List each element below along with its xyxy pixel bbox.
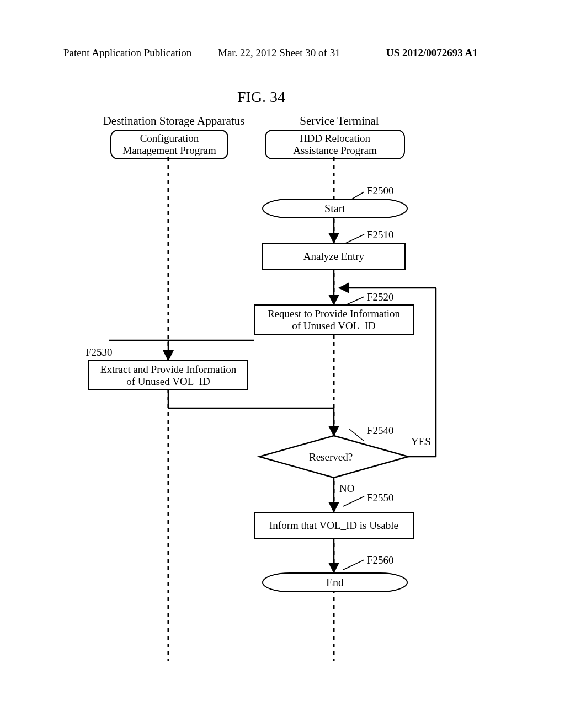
ref-f2530: F2530 [86, 346, 113, 358]
ref-f2560: F2560 [367, 554, 394, 566]
ref-f2500: F2500 [367, 185, 394, 197]
end-terminator: End [262, 572, 408, 592]
page: Patent Application Publication Mar. 22, … [0, 0, 565, 728]
ref-f2550: F2550 [367, 492, 394, 504]
ref-f2540: F2540 [367, 425, 394, 437]
start-terminator: Start [262, 199, 408, 218]
header-right: US 2012/0072693 A1 [386, 47, 478, 59]
no-label: NO [339, 483, 354, 495]
svg-line-18 [349, 429, 364, 441]
flow-overlay [0, 0, 565, 728]
inform-box: Inform that VOL_ID is Usable [254, 512, 414, 539]
ref-f2510: F2510 [367, 229, 394, 241]
header-center: Mar. 22, 2012 Sheet 30 of 31 [218, 47, 340, 59]
figure-title: FIG. 34 [237, 88, 285, 106]
col-title-left: Destination Storage Apparatus [97, 114, 251, 128]
ref-f2520: F2520 [367, 291, 394, 303]
header-left: Patent Application Publication [63, 47, 191, 59]
col-title-right: Service Terminal [270, 114, 408, 128]
svg-line-20 [343, 560, 364, 570]
request-info-box: Request to Provide Information of Unused… [254, 304, 414, 335]
hdd-relocation-program: HDD Relocation Assistance Program [265, 130, 405, 159]
svg-line-19 [343, 496, 364, 506]
yes-label: YES [411, 436, 431, 448]
config-mgmt-program: Configuration Management Program [110, 130, 228, 159]
reserved-decision: Reserved? [309, 451, 353, 463]
extract-info-box: Extract and Provide Information of Unuse… [88, 360, 248, 390]
analyze-entry-box: Analyze Entry [262, 243, 406, 270]
